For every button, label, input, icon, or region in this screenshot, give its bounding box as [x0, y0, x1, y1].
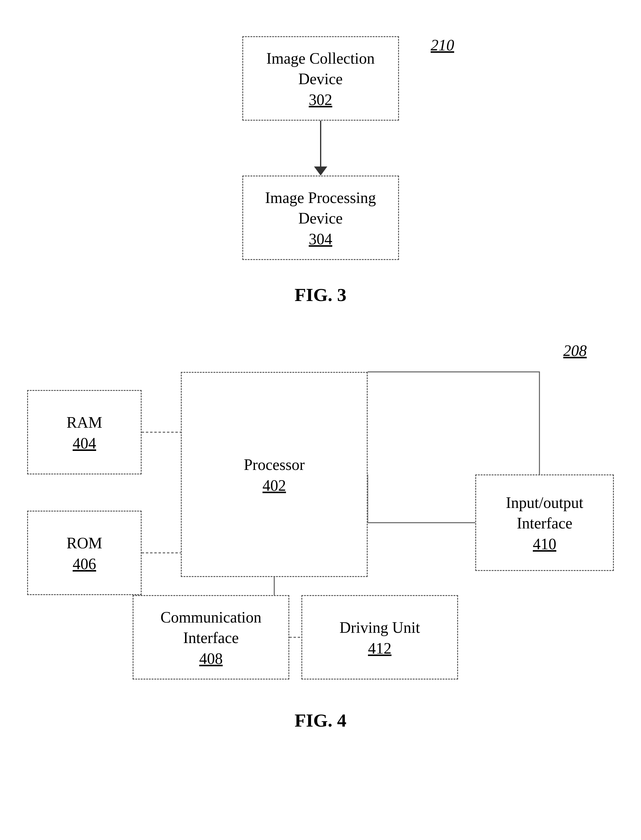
processor-number: 402	[263, 477, 286, 494]
ram-number: 404	[72, 435, 96, 452]
comm-label: Communication Interface	[160, 607, 261, 648]
image-collection-label: Image Collection Device	[266, 48, 375, 89]
image-processing-number: 304	[309, 230, 332, 248]
processor-label: Processor	[244, 454, 305, 475]
image-collection-device-box: Image Collection Device 302	[242, 36, 399, 121]
rom-box: ROM 406	[27, 510, 142, 595]
image-collection-number: 302	[309, 91, 332, 108]
processor-box: Processor 402	[181, 372, 368, 577]
page: 210 Image Collection Device 302 Image Pr…	[0, 0, 641, 840]
rom-label: ROM	[67, 533, 102, 554]
comm-interface-box: Communication Interface 408	[133, 595, 289, 680]
fig3-section: 210 Image Collection Device 302 Image Pr…	[18, 18, 623, 336]
image-processing-device-box: Image Processing Device 304	[242, 176, 399, 260]
fig3-ref-label: 210	[431, 36, 454, 54]
io-label: Input/output Interface	[506, 493, 583, 533]
fig3-caption: FIG. 3	[295, 284, 346, 305]
driving-number: 412	[368, 640, 391, 657]
ram-label: RAM	[67, 412, 102, 433]
io-number: 410	[533, 535, 556, 553]
io-interface-box: Input/output Interface 410	[475, 475, 614, 571]
fig4-caption: FIG. 4	[18, 710, 623, 755]
fig4-ref-label: 208	[563, 342, 587, 360]
comm-number: 408	[199, 650, 223, 667]
fig4-diagram: RAM 404 ROM 406 Processor 402 Input/outp…	[18, 360, 623, 691]
driving-label: Driving Unit	[339, 617, 420, 638]
image-processing-label: Image Processing Device	[265, 187, 376, 228]
fig4-section: 208	[18, 336, 623, 755]
rom-number: 406	[72, 555, 96, 573]
driving-unit-box: Driving Unit 412	[301, 595, 458, 680]
ram-box: RAM 404	[27, 390, 142, 475]
